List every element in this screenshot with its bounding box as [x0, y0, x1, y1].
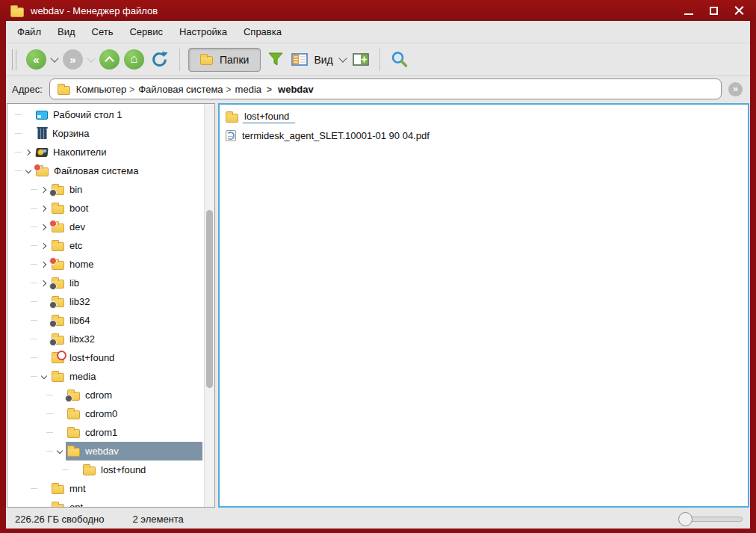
tree-item-lost+found[interactable]: lost+found [7, 348, 214, 367]
tree-item-body[interactable]: lost+found [50, 348, 117, 367]
tree-item-lib[interactable]: lib [7, 274, 214, 292]
chevron-right-icon[interactable] [38, 244, 50, 248]
tree-item-Рабочий стол 1[interactable]: Рабочий стол 1 [7, 105, 214, 124]
tree-item-Файловая система[interactable]: Файловая система [7, 161, 214, 180]
tree-item-body[interactable]: webdav [66, 442, 202, 460]
tree-item-body[interactable]: lib [50, 274, 82, 292]
split-view-button[interactable] [353, 53, 369, 66]
chevron-down-icon[interactable] [38, 374, 50, 380]
tree-item-body[interactable]: bin [50, 180, 85, 199]
tree-item-Корзина[interactable]: Корзина [7, 124, 214, 143]
up-button[interactable] [99, 49, 120, 70]
refresh-icon [150, 50, 169, 69]
tree-item-body[interactable]: libx32 [50, 330, 98, 348]
tree-item-cdrom[interactable]: cdrom [7, 386, 214, 404]
tree-item-lost+found[interactable]: lost+found [7, 460, 214, 479]
tree-item-body[interactable]: boot [50, 199, 91, 218]
folder-icon [52, 354, 64, 363]
tree-item-body[interactable]: home [50, 255, 97, 274]
tree-item-body[interactable]: cdrom [66, 386, 115, 404]
view-mode-chevron-icon[interactable] [338, 54, 347, 62]
tree-item-boot[interactable]: boot [7, 199, 214, 218]
folder-tree: Рабочий стол 1КорзинаНакопителиФайловая … [7, 104, 214, 508]
menu-item-3[interactable]: Сервис [121, 21, 171, 43]
tree-item-body[interactable]: Корзина [34, 124, 93, 143]
file-panel[interactable]: lost+foundtermidesk_agent_SLET.10001-01 … [218, 103, 749, 508]
tree-item-body[interactable]: media [50, 367, 99, 386]
chevron-right-icon[interactable] [38, 281, 50, 286]
tree-item-body[interactable]: etc [50, 236, 85, 255]
tree-item-body[interactable]: lib64 [50, 311, 93, 330]
chevron-right-icon[interactable] [38, 262, 50, 267]
back-history-chevron-icon[interactable] [50, 54, 58, 62]
zoom-slider-track[interactable] [686, 517, 743, 522]
tree-item-lib64[interactable]: lib64 [7, 311, 214, 330]
tree-item-dev[interactable]: dev [7, 218, 214, 236]
breadcrumb-segment[interactable]: Компьютер [76, 84, 126, 95]
tree-item-bin[interactable]: bin [7, 180, 214, 199]
tree-item-cdrom1[interactable]: cdrom1 [7, 423, 214, 442]
tree-item-label: opt [69, 502, 83, 508]
view-mode-button[interactable]: Вид [288, 53, 336, 66]
chevron-down-icon[interactable] [54, 449, 66, 455]
tree-item-libx32[interactable]: libx32 [7, 330, 214, 348]
tree-item-body[interactable]: Накопители [34, 143, 109, 161]
breadcrumb-segment[interactable]: webdav [261, 84, 314, 95]
menu-item-4[interactable]: Настройка [171, 21, 235, 43]
chevron-right-icon[interactable] [22, 150, 34, 155]
go-button[interactable]: » [728, 82, 743, 96]
folders-toggle-label: Папки [220, 54, 249, 66]
folders-toggle-button[interactable]: Папки [188, 48, 261, 72]
tree-item-opt[interactable]: opt [7, 498, 214, 508]
chevron-right-icon[interactable] [38, 206, 50, 211]
search-button[interactable] [391, 51, 409, 69]
menu-item-2[interactable]: Сеть [84, 21, 122, 43]
tree-item-body[interactable]: cdrom1 [66, 423, 120, 442]
tree-item-etc[interactable]: etc [7, 236, 214, 255]
tree-item-mnt[interactable]: mnt [7, 479, 214, 498]
zoom-slider-knob[interactable] [678, 512, 693, 526]
toolbar-drag-handle[interactable] [12, 49, 16, 70]
titlebar[interactable]: webdav - Менеджер файлов [0, 0, 756, 21]
close-icon[interactable] [734, 6, 744, 16]
back-button[interactable] [26, 49, 46, 70]
tree-item-label: Файловая система [54, 165, 138, 176]
file-item-pdf[interactable]: termidesk_agent_SLET.10001-01 90 04.pdf [226, 126, 742, 145]
home-button[interactable] [124, 49, 144, 70]
maximize-icon[interactable] [710, 7, 718, 15]
tree-item-webdav[interactable]: webdav [7, 442, 214, 460]
menu-item-0[interactable]: Файл [9, 21, 49, 43]
tree-item-body[interactable]: opt [50, 498, 86, 508]
tree-item-body[interactable]: mnt [50, 479, 89, 498]
refresh-button[interactable] [150, 50, 169, 69]
tree-scrollbar[interactable] [204, 104, 214, 507]
menubar: ФайлВидСетьСервисНастройкаСправка [6, 21, 750, 43]
minimize-icon[interactable] [684, 13, 693, 15]
chevron-right-icon[interactable] [38, 225, 50, 229]
file-item-folder[interactable]: lost+found [226, 108, 742, 126]
tree-item-lib32[interactable]: lib32 [7, 292, 214, 311]
address-bar[interactable]: КомпьютерФайловая системаmediawebdav [49, 78, 722, 99]
zoom-slider[interactable] [678, 512, 743, 526]
scrollbar-thumb[interactable] [206, 210, 213, 388]
tree-item-body[interactable]: Рабочий стол 1 [34, 105, 125, 124]
address-folder-icon [58, 86, 70, 95]
breadcrumb-segment[interactable]: media [223, 84, 261, 95]
tree-item-home[interactable]: home [7, 255, 214, 274]
folder-icon [52, 186, 64, 195]
chevron-down-icon[interactable] [22, 168, 34, 174]
menu-item-1[interactable]: Вид [49, 21, 84, 43]
tree-item-body[interactable]: lib32 [50, 292, 93, 311]
tree-item-cdrom0[interactable]: cdrom0 [7, 404, 214, 423]
tree-item-Накопители[interactable]: Накопители [7, 143, 214, 161]
chevron-right-icon[interactable] [38, 188, 50, 192]
tree-item-body[interactable]: dev [50, 218, 88, 236]
tree-item-body[interactable]: lost+found [81, 460, 149, 479]
tree-item-body[interactable]: cdrom0 [66, 404, 120, 423]
filter-button[interactable] [267, 52, 284, 67]
forward-button[interactable] [63, 49, 83, 70]
tree-item-media[interactable]: media [7, 367, 214, 386]
menu-item-5[interactable]: Справка [235, 21, 290, 43]
breadcrumb-segment[interactable]: Файловая система [126, 84, 223, 95]
tree-item-body[interactable]: Файловая система [34, 161, 141, 180]
